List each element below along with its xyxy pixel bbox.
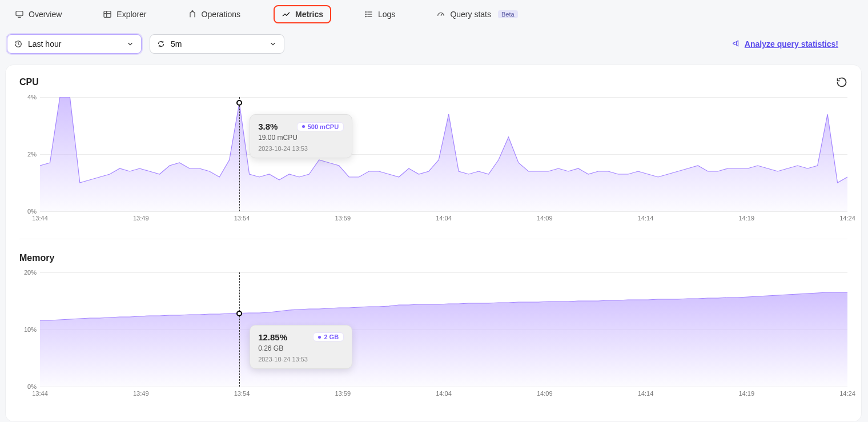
x-tick: 13:59 bbox=[335, 215, 351, 222]
tab-overview[interactable]: Overview bbox=[7, 5, 70, 23]
refresh-icon bbox=[157, 40, 165, 48]
reload-button[interactable] bbox=[836, 77, 847, 88]
chevron-down-icon bbox=[126, 40, 134, 48]
chart-title: Memory bbox=[19, 253, 54, 263]
memory-tooltip: 12.85% 2 GB 0.26 GB 2023-10-24 13:53 bbox=[250, 325, 352, 369]
y-tick: 0% bbox=[19, 208, 37, 215]
cpu-tooltip: 3.8% 500 mCPU 19.00 mCPU 2023-10-24 13:5… bbox=[250, 114, 352, 158]
x-tick: 14:04 bbox=[436, 215, 452, 222]
megaphone-icon bbox=[732, 39, 740, 49]
monitor-icon bbox=[15, 10, 24, 19]
x-tick: 14:14 bbox=[638, 215, 654, 222]
x-tick: 14:09 bbox=[537, 215, 553, 222]
x-tick: 13:59 bbox=[335, 390, 351, 397]
y-tick: 4% bbox=[19, 94, 37, 101]
memory-plot[interactable]: 20% 10% 0% 12.85% 2 GB 0.26 GB 2023-10-2… bbox=[40, 272, 847, 387]
analyze-query-stats-link[interactable]: Analyze query statistics! bbox=[732, 39, 861, 49]
tab-metrics[interactable]: Metrics bbox=[274, 5, 331, 23]
hover-point bbox=[236, 100, 242, 106]
x-tick: 14:24 bbox=[839, 390, 855, 397]
section-divider bbox=[19, 239, 847, 239]
x-tick: 14:24 bbox=[839, 215, 855, 222]
refresh-interval-label: 5m bbox=[171, 39, 182, 49]
refresh-interval-select[interactable]: 5m bbox=[150, 34, 284, 54]
svg-point-9 bbox=[365, 11, 366, 12]
tooltip-value: 0.26 GB bbox=[258, 344, 344, 352]
memory-chart: Memory 20% 10% 0% 12.85% 2 GB 0.26 GB bbox=[19, 253, 847, 387]
tab-explorer[interactable]: Explorer bbox=[95, 5, 154, 23]
x-tick: 14:14 bbox=[638, 390, 654, 397]
tab-querystats[interactable]: Query stats Beta bbox=[428, 5, 525, 23]
tab-label: Overview bbox=[29, 10, 62, 19]
tooltip-value: 19.00 mCPU bbox=[258, 134, 344, 142]
merge-icon bbox=[188, 10, 197, 19]
x-tick: 13:49 bbox=[133, 215, 149, 222]
chart-title: CPU bbox=[19, 77, 39, 87]
x-tick: 14:19 bbox=[738, 390, 754, 397]
analyze-link-label: Analyze query statistics! bbox=[745, 39, 838, 49]
series-color-dot bbox=[302, 125, 305, 128]
time-range-label: Last hour bbox=[28, 39, 61, 49]
metrics-card: CPU 4% 2% 0% 3.8% bbox=[6, 65, 861, 421]
x-tick: 14:19 bbox=[738, 215, 754, 222]
cpu-chart: CPU 4% 2% 0% 3.8% bbox=[19, 77, 847, 211]
y-tick: 2% bbox=[19, 151, 37, 158]
beta-badge: Beta bbox=[498, 10, 518, 18]
tab-logs[interactable]: Logs bbox=[356, 5, 403, 23]
svg-point-11 bbox=[365, 16, 366, 17]
svg-rect-0 bbox=[16, 11, 23, 16]
y-tick: 0% bbox=[19, 383, 37, 390]
chevron-down-icon bbox=[269, 40, 277, 48]
cpu-plot[interactable]: 4% 2% 0% 3.8% 500 mCPU 19.00 mCPU bbox=[40, 97, 847, 211]
tooltip-chip: 500 mCPU bbox=[297, 122, 344, 131]
gauge-icon bbox=[436, 10, 445, 19]
hover-guide bbox=[239, 97, 240, 211]
tooltip-percent: 12.85% bbox=[258, 332, 287, 342]
tab-label: Explorer bbox=[116, 10, 146, 19]
tabs-row: Overview Explorer Operations Metrics Log… bbox=[0, 0, 868, 24]
tooltip-percent: 3.8% bbox=[258, 122, 278, 131]
list-icon bbox=[364, 10, 373, 19]
x-tick: 13:54 bbox=[234, 215, 250, 222]
tab-operations[interactable]: Operations bbox=[180, 5, 248, 23]
y-tick: 10% bbox=[19, 326, 37, 333]
x-tick: 14:09 bbox=[537, 390, 553, 397]
tab-label: Logs bbox=[378, 10, 395, 19]
series-color-dot bbox=[318, 336, 321, 339]
tooltip-chip-label: 500 mCPU bbox=[308, 123, 339, 130]
y-tick: 20% bbox=[19, 269, 37, 276]
tooltip-chip: 2 GB bbox=[313, 332, 344, 341]
hover-guide bbox=[239, 272, 240, 387]
tab-label: Query stats bbox=[450, 10, 491, 19]
tab-label: Metrics bbox=[295, 10, 323, 19]
tooltip-chip-label: 2 GB bbox=[324, 333, 339, 340]
chart-icon bbox=[282, 10, 291, 19]
tooltip-timestamp: 2023-10-24 13:53 bbox=[258, 356, 344, 363]
history-icon bbox=[14, 40, 22, 48]
tab-label: Operations bbox=[202, 10, 240, 19]
time-range-select[interactable]: Last hour bbox=[7, 34, 142, 54]
x-tick: 13:44 bbox=[32, 390, 48, 397]
svg-line-12 bbox=[441, 14, 443, 16]
filter-row: Last hour 5m Analyze query statistics! bbox=[0, 24, 868, 54]
x-tick: 13:49 bbox=[133, 390, 149, 397]
x-tick: 14:04 bbox=[436, 390, 452, 397]
x-tick: 13:54 bbox=[234, 390, 250, 397]
hover-point bbox=[236, 311, 242, 316]
svg-point-10 bbox=[365, 14, 366, 14]
tooltip-timestamp: 2023-10-24 13:53 bbox=[258, 145, 344, 152]
x-tick: 13:44 bbox=[32, 215, 48, 222]
table-icon bbox=[103, 10, 112, 19]
svg-rect-2 bbox=[104, 11, 111, 18]
